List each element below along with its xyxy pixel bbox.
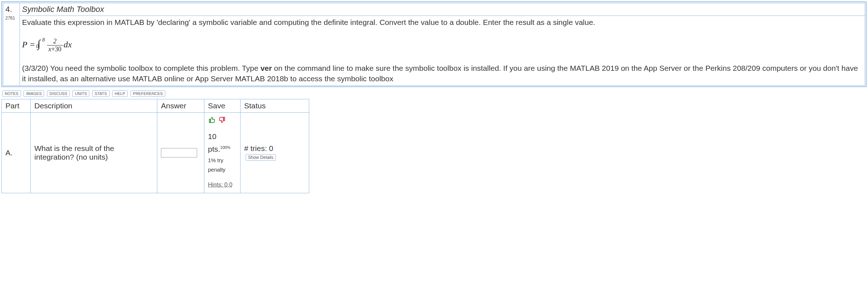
save-cell: 10 pts.100% 1% try penalty Hints: 0,0 <box>204 113 241 193</box>
integral-lower: 0 <box>36 44 39 49</box>
points-label: 10 pts. <box>208 132 220 154</box>
question-prompt: Evaluate this expression in MATLAB by 'd… <box>22 17 863 27</box>
tries-label: # tries: 0 <box>244 144 273 152</box>
tab-preferences[interactable]: PREFERENCES <box>131 90 166 97</box>
part-label: A. <box>2 113 31 193</box>
question-number: 4. <box>5 5 17 14</box>
status-cell: # tries: 0 Show Details <box>241 113 309 193</box>
question-number-cell: 4. 2761 <box>3 3 20 86</box>
tabs-row: NOTES IMAGES DISCUSS UNITS STATS HELP PR… <box>1 87 867 98</box>
hints-link[interactable]: Hints: 0,0 <box>208 182 233 188</box>
tab-units[interactable]: UNITS <box>72 90 89 97</box>
part-description: What is the result of the integration? (… <box>31 113 157 193</box>
integral-upper: 8 <box>42 37 45 43</box>
header-part: Part <box>2 99 31 113</box>
show-details-button[interactable]: Show Details <box>246 154 276 161</box>
thumbs-down-icon[interactable] <box>218 115 226 123</box>
tab-notes[interactable]: NOTES <box>2 90 21 97</box>
question-id: 2761 <box>5 16 17 21</box>
try-penalty: 1% try penalty <box>208 156 237 174</box>
formula-lhs: P <box>22 40 27 49</box>
integral: ∫08 <box>37 38 46 50</box>
question-formula: P = ∫082x+30dx <box>22 38 863 53</box>
answer-table-header-row: Part Description Answer Save Status <box>2 99 309 113</box>
question-container: 4. 2761 Symbolic Math Toolbox Evaluate t… <box>1 1 867 87</box>
tab-images[interactable]: IMAGES <box>24 90 44 97</box>
tab-discuss[interactable]: DISCUSS <box>47 90 70 97</box>
note-bold: ver <box>260 64 272 72</box>
answer-input[interactable] <box>161 148 197 157</box>
question-body: Evaluate this expression in MATLAB by 'd… <box>20 16 865 86</box>
note-pre: (3/3/20) You need the symbolic toolbox t… <box>22 64 260 72</box>
header-desc: Description <box>31 99 157 113</box>
points-percent: 100% <box>220 145 230 150</box>
answer-table: Part Description Answer Save Status A. W… <box>1 99 309 193</box>
points-line: 10 pts.100% <box>208 130 237 156</box>
tab-stats[interactable]: STATS <box>92 90 110 97</box>
answer-cell <box>157 113 204 193</box>
fraction: 2x+30 <box>47 38 63 53</box>
header-answer: Answer <box>157 99 204 113</box>
question-title: Symbolic Math Toolbox <box>20 3 865 16</box>
thumbs-up-icon[interactable] <box>208 115 216 123</box>
question-note: (3/3/20) You need the symbolic toolbox t… <box>22 63 863 84</box>
table-row: A. What is the result of the integration… <box>2 113 309 193</box>
question-header-table: 4. 2761 Symbolic Math Toolbox Evaluate t… <box>3 3 865 86</box>
header-status: Status <box>241 99 309 113</box>
formula-dx: dx <box>64 40 72 49</box>
thumbs-row <box>208 115 237 128</box>
header-save: Save <box>204 99 241 113</box>
fraction-numerator: 2 <box>47 38 63 46</box>
fraction-denominator: x+30 <box>47 46 63 53</box>
tab-help[interactable]: HELP <box>112 90 128 97</box>
